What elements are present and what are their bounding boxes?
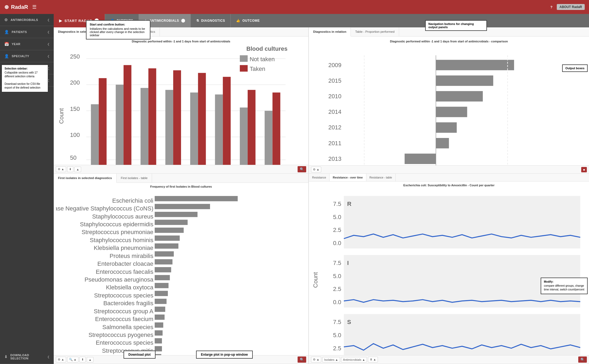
- tab-antimicrobials[interactable]: ✦ ANTIMICROBIALS: [139, 14, 190, 27]
- sidebar-item-origin[interactable]: 🏠 ORIGIN ❮: [0, 62, 54, 74]
- sidebar-item-diagnostics[interactable]: ⚗ DIAGNOSTICS ❮: [0, 74, 54, 86]
- toolbar-download-btn-bottom[interactable]: ⬇: [80, 357, 86, 362]
- svg-text:Escherichia coli: Escherichia coli: [112, 197, 153, 204]
- magnify-btn-bottom[interactable]: 🔍: [298, 356, 306, 363]
- page-wrapper: ⊛ RadaR ☰ ? ABOUT RadaR ⚙ ANTIMICROBIALS…: [0, 0, 589, 364]
- download-icon: ⬇: [4, 355, 8, 359]
- resistance-chart-svg: R 7.5 5.0 2.5 0.0: [311, 189, 587, 355]
- sidebar-item-antimicrobials[interactable]: ⚙ ANTIMICROBIALS ❮: [0, 14, 54, 26]
- sidebar-item-patients[interactable]: 👤 PATIENTS ❮: [0, 26, 54, 38]
- magnify-btn-resistance[interactable]: 🔍: [578, 356, 587, 363]
- chevron-icon-download: ❮: [47, 355, 50, 358]
- right-toolbar-red-btn[interactable]: ■: [581, 167, 587, 172]
- sub-tab-table-proportion[interactable]: Table - Proportion performed: [351, 27, 399, 36]
- about-button[interactable]: ABOUT RadaR: [557, 4, 585, 10]
- start-radar-button[interactable]: ▶ START RADAR: [54, 14, 105, 27]
- right-chart-bottom-area: R 7.5 5.0 2.5 0.0: [311, 189, 587, 355]
- right-toolbar-antimicrobials-btn[interactable]: Antimicrobials ▲: [341, 357, 367, 362]
- sub-tab-diagnostics-relation[interactable]: Diagnostics in relation: [309, 27, 351, 37]
- sub-tab-resistance[interactable]: Resistance: [309, 174, 330, 181]
- svg-rect-131: [344, 314, 580, 355]
- right-toolbar-isolates-btn[interactable]: Isolates ▲: [322, 357, 340, 362]
- svg-rect-14: [99, 78, 107, 165]
- toolbar-left-bottom: ⚙ ▲ 🔍 ▲ ⬇ ▲: [56, 357, 93, 362]
- right-toolbar-settings[interactable]: ⚙ ▲: [311, 167, 321, 172]
- toolbar-expand-btn[interactable]: ▲: [74, 167, 81, 172]
- svg-text:5.0: 5.0: [333, 332, 341, 338]
- svg-rect-50: [155, 196, 238, 201]
- sidebar-item-year[interactable]: 📅 YEAR ❮: [0, 38, 54, 50]
- left-chart-top-title: Diagnostic performed within -1 and 1 day…: [57, 40, 305, 43]
- tab-outcome[interactable]: 👍 OUTCOME: [230, 14, 265, 27]
- chevron-icon-specialty: ❮: [47, 55, 50, 58]
- svg-text:S: S: [347, 319, 351, 325]
- hamburger-icon[interactable]: ☰: [32, 4, 37, 10]
- svg-text:2.5: 2.5: [333, 286, 341, 293]
- svg-text:R: R: [347, 201, 352, 207]
- svg-text:Streptococcus mitis: Streptococcus mitis: [102, 347, 153, 354]
- svg-text:Bacteroides fragilis: Bacteroides fragilis: [103, 300, 153, 307]
- svg-text:50: 50: [70, 154, 77, 161]
- svg-text:Not taken: Not taken: [250, 56, 275, 63]
- svg-rect-114: [436, 138, 449, 148]
- help-icon[interactable]: ?: [550, 5, 552, 9]
- svg-text:2.5: 2.5: [333, 227, 341, 234]
- toolbar-settings-btn-bottom[interactable]: ⚙ ▲: [56, 357, 66, 362]
- logo-text: RadaR: [11, 4, 28, 10]
- tab-patients[interactable]: 👤 PATIENTS: [105, 14, 139, 27]
- sub-tab-resistance-table[interactable]: Resistance - table: [366, 174, 396, 181]
- sub-tab-resistance-over-time[interactable]: Resistance - over time: [330, 174, 366, 181]
- outcome-tab-label: OUTCOME: [242, 19, 260, 23]
- left-panel-top: Diagnostics in selected patients Timing …: [54, 27, 308, 174]
- svg-text:Streptococcus pyogenes: Streptococcus pyogenes: [88, 332, 153, 338]
- antimicrobials-tab-label: ANTIMICROBIALS: [149, 19, 179, 23]
- right-toolbar-settings-bottom[interactable]: ⚙ ▲: [311, 357, 321, 362]
- app-logo: ⊛ RadaR: [4, 4, 28, 10]
- toolbar-download-btn[interactable]: ⬇: [67, 166, 73, 172]
- svg-rect-26: [198, 73, 206, 165]
- magnify-btn-top[interactable]: 🔍: [298, 166, 306, 172]
- sub-tab-first-isolates[interactable]: First isolates in selected diagnostics: [54, 174, 117, 183]
- svg-text:Count: Count: [58, 108, 65, 124]
- sidebar-label-specialty: SPECIALTY: [12, 54, 29, 58]
- svg-text:2011: 2011: [328, 140, 342, 147]
- left-chart-bottom-container: Frequency of first Isolates in Blood cul…: [54, 183, 308, 355]
- chevron-icon-year: ❮: [47, 43, 50, 46]
- svg-rect-17: [124, 65, 131, 165]
- chevron-icon-patients: ❮: [47, 31, 50, 34]
- right-toolbar-download-bottom[interactable]: ⬇ ▲: [368, 357, 378, 362]
- svg-rect-32: [248, 90, 255, 165]
- left-sub-tabs-top: Diagnostics in selected patients Timing …: [54, 27, 308, 37]
- tab-diagnostics[interactable]: ⚗ DIAGNOSTICS: [190, 14, 230, 27]
- svg-text:Taken: Taken: [250, 65, 265, 72]
- sub-tab-diagnostics-selected[interactable]: Diagnostics in selected patients: [54, 27, 110, 37]
- svg-text:200: 200: [70, 79, 80, 86]
- sub-tab-timing[interactable]: Timing of selected diagnostics: [110, 27, 160, 36]
- svg-rect-58: [155, 228, 184, 233]
- patients-icon: 👤: [4, 30, 9, 34]
- toolbar-zoom-btn[interactable]: 🔍 ▲: [67, 357, 78, 362]
- svg-text:100: 100: [70, 132, 80, 138]
- left-panel: Diagnostics in selected patients Timing …: [54, 27, 309, 364]
- toolbar-expand-btn-bottom[interactable]: ▲: [87, 357, 93, 362]
- sub-tab-first-isolates-table[interactable]: First isolates - table: [117, 174, 152, 183]
- svg-rect-31: [240, 108, 248, 165]
- svg-rect-111: [436, 91, 483, 101]
- right-chart-bottom-container: Escherichia coli: Susceptibility to Amox…: [309, 181, 589, 355]
- svg-rect-34: [265, 111, 272, 165]
- left-panel-bottom: First isolates in selected diagnostics F…: [54, 174, 308, 364]
- svg-text:Enterococcus species: Enterococcus species: [96, 340, 153, 346]
- svg-rect-37: [240, 55, 248, 62]
- svg-rect-112: [436, 107, 467, 117]
- sidebar-item-specialty[interactable]: 👤 SPECIALTY ❮: [0, 50, 54, 62]
- svg-rect-109: [436, 60, 514, 70]
- svg-rect-70: [155, 275, 170, 281]
- toolbar-settings-btn[interactable]: ⚙ ▲: [56, 166, 66, 172]
- svg-text:Enterococcus faecalis: Enterococcus faecalis: [96, 268, 153, 275]
- svg-text:Staphylococcus hominis: Staphylococcus hominis: [90, 237, 153, 243]
- logo-icon: ⊛: [4, 4, 9, 10]
- sidebar-label-antimicrobials: ANTIMICROBIALS: [11, 18, 38, 21]
- tab-bar: ▶ START RADAR 👤 PATIENTS ✦ ANTIMICROBIAL…: [54, 14, 589, 27]
- sidebar-item-download[interactable]: ⬇ DOWNLOAD SELECTION ❮: [0, 350, 54, 364]
- svg-text:Streptococcus species: Streptococcus species: [94, 292, 153, 299]
